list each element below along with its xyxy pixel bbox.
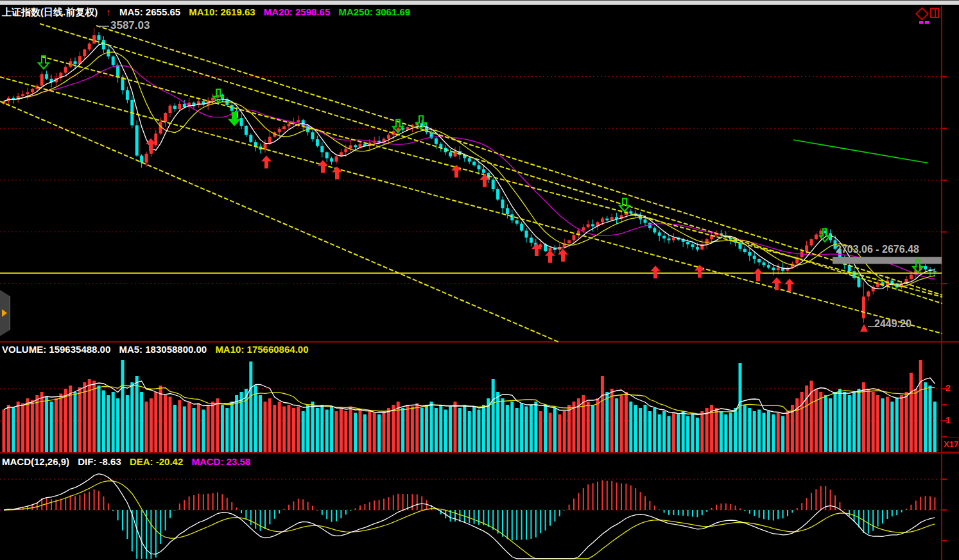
- trend-up-icon: ↑: [106, 6, 111, 17]
- split-window-divider: [935, 9, 936, 17]
- volume-ma5-value: MA5: 183058800.00: [119, 344, 207, 355]
- dea-value: DEA: -20.42: [130, 456, 183, 467]
- corner-indicator-badge: X17: [942, 437, 958, 452]
- gap-zone-label: 2703.06 - 2676.48: [836, 244, 919, 255]
- volume-axis-200m: 2: [946, 383, 951, 393]
- split-window-icon[interactable]: [930, 8, 939, 18]
- magenta-marker-icon: [925, 21, 929, 24]
- ma20-value: MA20: 2598.65: [264, 6, 330, 17]
- ma250-value: MA250: 3061.69: [338, 6, 410, 17]
- ma10-value: MA10: 2619.63: [189, 6, 255, 17]
- main-chart-header: 上证指数(日线.前复权) ↑ MA5: 2655.65 MA10: 2619.6…: [2, 6, 416, 19]
- trading-app-window: 上证指数(日线.前复权) ↑ MA5: 2655.65 MA10: 2619.6…: [0, 0, 959, 560]
- ma5-value: MA5: 2655.65: [119, 6, 180, 17]
- magenta-marker-icon: [919, 21, 923, 24]
- volume-ma10-value: MA10: 175660864.00: [215, 344, 308, 355]
- chart-canvas[interactable]: [0, 0, 959, 560]
- macd-header: MACD(12,26,9) DIF: -8.63 DEA: -20.42 MAC…: [2, 456, 256, 467]
- dif-value: DIF: -8.63: [78, 456, 121, 467]
- instrument-title: 上证指数(日线.前复权): [2, 6, 98, 17]
- left-panel-handle[interactable]: [0, 290, 10, 336]
- volume-value: VOLUME: 159635488.00: [2, 344, 110, 355]
- volume-axis-100m: 1: [946, 415, 951, 425]
- low-price-label: 2449.20: [874, 318, 911, 330]
- macd-value: MACD: 23.58: [191, 456, 250, 467]
- macd-name: MACD(12,26,9): [2, 456, 69, 467]
- high-price-label: 3587.03: [110, 19, 150, 32]
- expand-arrow-icon: [2, 309, 7, 317]
- volume-header: VOLUME: 159635488.00 MA5: 183058800.00 M…: [2, 344, 314, 355]
